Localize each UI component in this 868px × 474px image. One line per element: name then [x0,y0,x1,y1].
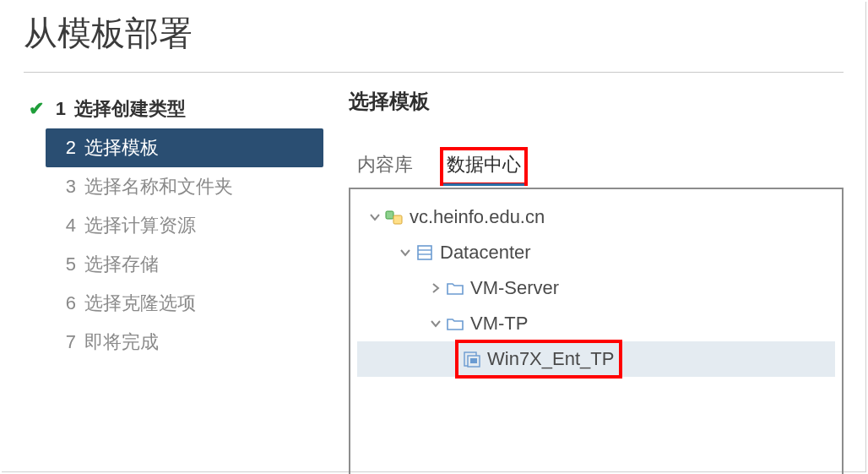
step-label: 选择名称和文件夹 [84,174,233,199]
step-number: 6 [57,292,76,314]
step-number: 7 [57,331,76,353]
tab-content-library[interactable]: 内容库 [352,149,418,184]
tree-root: vc.heinfo.edu.cn [357,199,835,377]
chevron-down-icon[interactable] [396,247,415,259]
wizard-step-7: 7 即将完成 [46,323,323,362]
step-number: 1 [47,98,66,120]
vcenter-icon [384,208,404,226]
step-label: 选择计算资源 [84,213,196,238]
tree-label: vc.heinfo.edu.cn [410,206,545,228]
step-number: 5 [57,253,76,275]
svg-rect-1 [393,215,402,224]
folder-icon [445,314,465,333]
step-number: 3 [57,176,76,198]
step-number: 2 [57,137,76,159]
tree-label: VM-TP [470,313,528,335]
tab-bar: 内容库 数据中心 [349,149,844,184]
wizard-dialog: 从模板部署 ✔ 1 选择创建类型 2 选择模板 3 选择名称和文件夹 4 选择计… [2,2,866,472]
wizard-step-4: 4 选择计算资源 [46,206,323,245]
step-label: 选择存储 [84,252,159,277]
step-label: 选择克隆选项 [84,291,196,316]
page-title: 从模板部署 [24,2,844,73]
tree-label: Win7X_Ent_TP [487,348,614,370]
wizard-steps: ✔ 1 选择创建类型 2 选择模板 3 选择名称和文件夹 4 选择计算资源 5 … [24,88,323,474]
svg-rect-0 [386,211,393,219]
panel-title: 选择模板 [349,88,844,149]
step-label: 即将完成 [84,330,159,355]
chevron-down-icon[interactable] [366,211,384,223]
tree-label: VM-Server [470,277,559,299]
highlight-box: Win7X_Ent_TP [457,341,621,377]
tree-label: Datacenter [440,242,531,264]
chevron-down-icon[interactable] [426,318,445,330]
datacenter-icon [415,243,435,262]
tree-node-template[interactable]: Win7X_Ent_TP [357,341,835,377]
tree-node-vcenter[interactable]: vc.heinfo.edu.cn [357,199,835,235]
inventory-tree[interactable]: vc.heinfo.edu.cn [349,188,844,474]
tab-datacenter[interactable]: 数据中心 [442,149,526,184]
wizard-step-5: 5 选择存储 [46,245,323,284]
wizard-step-3: 3 选择名称和文件夹 [46,167,323,206]
tree-node-folder-vmtp[interactable]: VM-TP [357,306,835,341]
step-label: 选择创建类型 [74,96,186,122]
wizard-step-6: 6 选择克隆选项 [46,284,323,323]
folder-icon [445,279,465,297]
step-number: 4 [57,215,76,237]
wizard-body: ✔ 1 选择创建类型 2 选择模板 3 选择名称和文件夹 4 选择计算资源 5 … [24,73,844,474]
wizard-step-2[interactable]: 2 选择模板 [46,128,323,167]
right-panel: 选择模板 内容库 数据中心 [323,88,844,474]
wizard-step-1[interactable]: ✔ 1 选择创建类型 [24,90,323,128]
tree-node-folder-vmserver[interactable]: VM-Server [357,270,835,306]
step-label: 选择模板 [84,135,159,161]
check-icon: ✔ [29,98,46,120]
svg-rect-2 [418,246,431,259]
tree-node-datacenter[interactable]: Datacenter [357,235,835,270]
vm-template-icon [462,350,482,368]
chevron-right-icon[interactable] [426,282,445,294]
svg-rect-7 [470,358,477,363]
